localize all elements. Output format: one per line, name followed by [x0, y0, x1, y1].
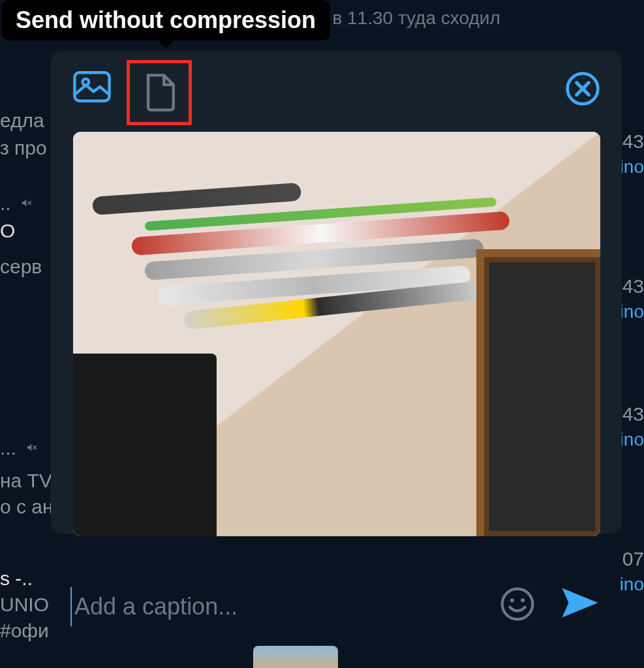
svg-point-5	[521, 598, 525, 602]
bg-text-fragment: на TV	[0, 470, 52, 492]
send-as-file-button[interactable]	[127, 60, 192, 125]
svg-point-4	[510, 598, 514, 602]
send-as-photo-button[interactable]	[73, 70, 112, 110]
bg-time-fragment: 43	[622, 403, 644, 425]
caption-input[interactable]	[70, 587, 499, 626]
bg-text-fragment: UNIO	[0, 594, 49, 616]
close-icon	[564, 70, 601, 107]
bg-text-fragment: #офи	[0, 620, 49, 642]
bg-time-fragment: 07	[622, 548, 644, 570]
muted-icon	[20, 196, 35, 214]
bg-thumbnail	[253, 646, 338, 668]
image-icon	[73, 70, 111, 103]
send-icon	[560, 586, 600, 620]
attachment-image-preview[interactable]	[73, 132, 600, 536]
bg-text-fragment: ..	[0, 192, 35, 215]
bg-status-fragment: ino	[620, 429, 644, 450]
bg-text-fragment: едла	[0, 110, 44, 132]
send-without-compression-tooltip: Send without compression	[1, 0, 330, 40]
bg-time-fragment: 43	[622, 130, 644, 153]
svg-rect-0	[74, 72, 109, 101]
send-button[interactable]	[560, 586, 602, 628]
bg-text-fragment: О	[0, 220, 15, 242]
bg-text-fragment: о с ан	[0, 496, 54, 518]
bg-text-fragment: серв	[0, 256, 42, 278]
bg-text-fragment: s -..	[0, 568, 33, 590]
close-button[interactable]	[564, 70, 601, 107]
svg-point-3	[502, 589, 533, 620]
caption-row	[51, 568, 622, 646]
muted-icon	[25, 440, 40, 459]
attachment-preview-panel	[51, 51, 622, 534]
bg-status-fragment: ino	[620, 301, 644, 322]
bg-text-fragment: ...	[0, 437, 40, 459]
panel-header	[51, 57, 622, 129]
bg-message-text: цё в 11.30 туда сходил	[307, 8, 500, 29]
bg-status-fragment: ino	[620, 574, 644, 595]
bg-time-fragment: 43	[622, 275, 644, 297]
bg-text-fragment: з про	[0, 137, 47, 159]
emoji-icon	[499, 586, 536, 622]
bg-status-fragment: ino	[620, 157, 644, 177]
emoji-button[interactable]	[499, 586, 541, 628]
file-icon	[143, 74, 176, 112]
